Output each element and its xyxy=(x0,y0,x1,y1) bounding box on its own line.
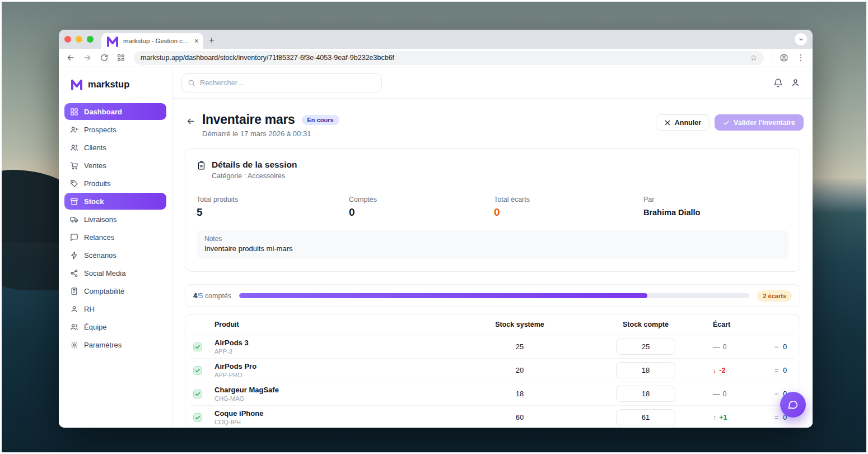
page-content: Inventaire mars En cours Démarré le 17 m… xyxy=(172,99,813,428)
chat-bubble-icon xyxy=(787,399,799,410)
markstup-logo-icon xyxy=(70,77,83,91)
status-badge: En cours xyxy=(302,115,339,125)
browser-tab[interactable]: markstup - Gestion commerc × xyxy=(101,33,203,49)
app-logo[interactable]: markstup xyxy=(59,67,172,100)
details-category: Catégorie : Accessoires xyxy=(212,172,297,180)
browser-panel-icon[interactable] xyxy=(114,50,128,65)
team-icon xyxy=(70,323,78,331)
tab-search-chevron-icon[interactable] xyxy=(795,33,807,45)
sidebar-item-prospects[interactable]: Prospects xyxy=(64,121,166,138)
sidebar-item-label: RH xyxy=(84,305,95,313)
counted-stock-input[interactable] xyxy=(616,409,675,425)
search-box[interactable] xyxy=(181,73,382,92)
users-icon xyxy=(70,143,78,152)
row-checkbox[interactable] xyxy=(193,366,202,375)
equals-icon: = xyxy=(774,414,778,421)
sidebar: markstup Dashboard Prospects Clients xyxy=(59,67,172,428)
equals-icon: = xyxy=(774,343,778,351)
validate-inventory-button[interactable]: Valider l'inventaire xyxy=(715,114,804,131)
browser-window: markstup - Gestion commerc × + ma xyxy=(59,30,813,428)
minimize-window-button[interactable] xyxy=(76,36,82,43)
sidebar-item-label: Stock xyxy=(84,197,104,206)
close-window-button[interactable] xyxy=(64,36,71,43)
sidebar-item-label: Social Media xyxy=(84,269,125,277)
sidebar-item-comptabilite[interactable]: Comptabilité xyxy=(64,282,166,299)
sidebar-item-scenarios[interactable]: Scénarios xyxy=(64,247,166,263)
sidebar-item-rh[interactable]: RH xyxy=(64,300,166,317)
sidebar-item-label: Comptabilité xyxy=(84,287,124,295)
sidebar-item-label: Relances xyxy=(84,233,114,242)
reload-icon[interactable] xyxy=(97,50,111,65)
arrow-down-icon: ↓ xyxy=(713,367,716,374)
cancel-button[interactable]: Annuler xyxy=(656,114,710,131)
sidebar-item-label: Équipe xyxy=(84,323,106,331)
forward-icon[interactable] xyxy=(80,50,95,65)
sidebar-item-label: Scénarios xyxy=(84,251,116,260)
sidebar-item-ventes[interactable]: Ventes xyxy=(64,157,166,174)
counted-stock-input[interactable] xyxy=(616,362,675,378)
row-checkbox[interactable] xyxy=(193,342,202,351)
sidebar-item-parametres[interactable]: Paramètres xyxy=(64,336,166,353)
search-input[interactable] xyxy=(200,78,376,87)
window-controls xyxy=(64,30,94,49)
equals-icon: = xyxy=(774,367,778,374)
bell-icon[interactable] xyxy=(773,78,783,87)
ecart-eq-cell: =0 xyxy=(774,367,801,374)
sidebar-item-livraisons[interactable]: Livraisons xyxy=(64,211,166,228)
ecart-icon: — xyxy=(713,390,720,398)
share-icon xyxy=(70,269,78,277)
sidebar-item-label: Livraisons xyxy=(84,215,117,224)
row-checkbox[interactable] xyxy=(193,413,202,422)
stat-par: Par Brahima Diallo xyxy=(643,196,788,219)
tab-close-icon[interactable]: × xyxy=(194,37,199,45)
counted-stock-input[interactable] xyxy=(616,339,675,355)
sidebar-item-clients[interactable]: Clients xyxy=(64,139,166,156)
product-name: Coque iPhone xyxy=(214,409,461,418)
browser-menu-icon[interactable]: ⋮ xyxy=(794,50,808,65)
product-name: AirPods 3 xyxy=(214,339,461,347)
stock-system-value: 18 xyxy=(461,390,578,398)
bookmark-star-icon[interactable]: ☆ xyxy=(750,53,757,62)
sidebar-item-social-media[interactable]: Social Media xyxy=(64,265,166,281)
check-icon xyxy=(195,368,200,373)
back-icon[interactable] xyxy=(63,50,78,65)
header-actions: Annuler Valider l'inventaire xyxy=(656,114,804,131)
product-sku: CHG-MAG xyxy=(214,395,461,402)
check-icon xyxy=(723,119,730,126)
sidebar-item-dashboard[interactable]: Dashboard xyxy=(64,103,166,120)
stock-system-value: 60 xyxy=(461,413,578,421)
sidebar-item-equipe[interactable]: Équipe xyxy=(64,318,166,335)
sidebar-item-label: Dashboard xyxy=(84,108,122,116)
ecart-cell: ↑+1 xyxy=(713,414,774,421)
notes-box: Notes Inventaire produits mi-mars xyxy=(197,230,788,259)
app-logo-text: markstup xyxy=(88,79,129,90)
col-header-produit: Produit xyxy=(214,321,461,328)
sidebar-item-produits[interactable]: Produits xyxy=(64,175,166,192)
sidebar-item-stock[interactable]: Stock xyxy=(64,193,166,210)
sidebar-item-relances[interactable]: Relances xyxy=(64,229,166,245)
sidebar-item-label: Ventes xyxy=(84,161,106,170)
dashboard-grid-icon xyxy=(70,108,78,116)
chat-fab-button[interactable] xyxy=(780,392,806,418)
gear-icon xyxy=(70,341,78,349)
row-checkbox[interactable] xyxy=(193,390,202,399)
stat-total-ecarts: Total écarts 0 xyxy=(494,196,643,219)
counted-stock-input[interactable] xyxy=(616,386,675,402)
address-bar[interactable]: markstup.app/dashboard/stock/inventory/7… xyxy=(134,51,764,65)
tab-favicon xyxy=(106,34,119,48)
account-icon[interactable] xyxy=(791,78,800,87)
topbar xyxy=(172,67,813,99)
new-tab-button[interactable]: + xyxy=(209,35,214,46)
product-sku: COQ-IPH xyxy=(214,419,461,425)
ecart-icon: — xyxy=(713,343,720,351)
col-header-ecart: Écart xyxy=(713,321,774,328)
session-stats: Total produits 5 Comptés 0 Total écarts … xyxy=(197,196,788,219)
profile-icon[interactable] xyxy=(777,50,791,65)
back-arrow-icon[interactable] xyxy=(186,117,195,126)
browser-tabstrip: markstup - Gestion commerc × + xyxy=(59,30,813,49)
ecart-cell: —0 xyxy=(713,390,774,398)
product-name: Chargeur MagSafe xyxy=(214,386,461,394)
stat-total-produits: Total produits 5 xyxy=(197,196,349,219)
browser-toolbar: markstup.app/dashboard/stock/inventory/7… xyxy=(59,49,813,67)
maximize-window-button[interactable] xyxy=(87,36,94,43)
